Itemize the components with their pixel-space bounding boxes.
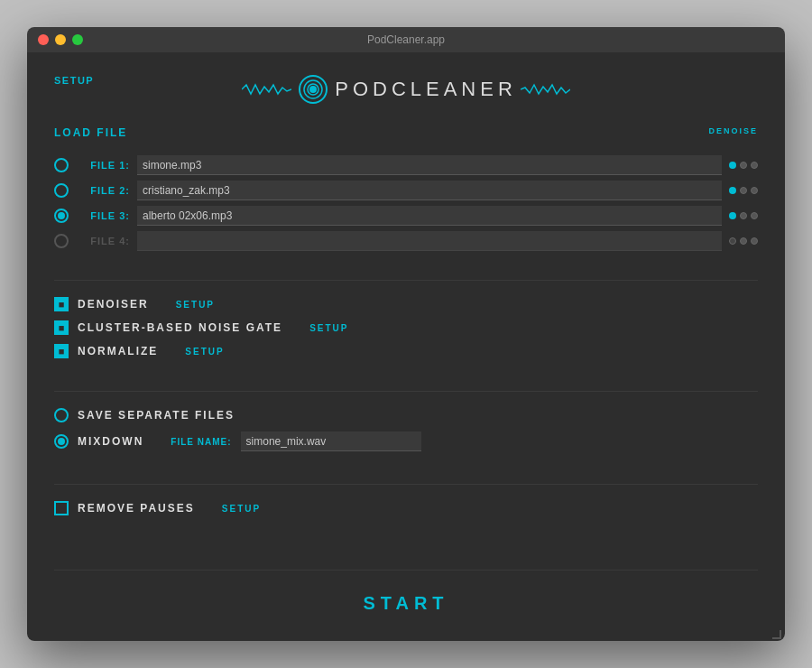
svg-point-1 — [309, 86, 317, 93]
start-button[interactable]: START — [54, 584, 758, 623]
remove-pauses-label: REMOVE PAUSES — [78, 502, 195, 515]
denoise-dot-2 — [740, 187, 747, 194]
processing-options: ■ DENOISER SETUP ■ CLUSTER-BASED NOISE G… — [54, 297, 758, 367]
denoiser-row: ■ DENOISER SETUP — [54, 297, 758, 311]
file-name-label: FILE NAME: — [171, 437, 231, 447]
denoise-dot-1 — [729, 212, 736, 219]
denoiser-checkbox[interactable]: ■ — [54, 297, 69, 311]
denoise-dot-3 — [751, 237, 758, 245]
logo-text: PODCLEANER — [335, 78, 517, 101]
fullscreen-button[interactable] — [72, 34, 83, 45]
save-separate-row: SAVE SEPARATE FILES — [54, 408, 758, 422]
file-3-label: FILE 3: — [76, 210, 130, 221]
denoise-dot-1 — [729, 187, 736, 194]
load-file-title: LOAD FILE — [54, 126, 127, 139]
minimize-button[interactable] — [55, 34, 66, 45]
normalize-checkbox[interactable]: ■ — [54, 344, 69, 358]
save-separate-radio[interactable] — [54, 408, 69, 422]
file-4-input[interactable] — [137, 231, 722, 251]
start-section: START — [54, 570, 758, 623]
mixdown-radio[interactable] — [54, 434, 69, 449]
logo: PODCLEANER — [54, 75, 758, 104]
file-4-radio[interactable] — [54, 234, 69, 248]
denoise-dot-3 — [751, 162, 758, 169]
load-file-section: LOAD FILE DENOISE FILE 1: FILE 2: — [54, 126, 758, 256]
remove-pauses-row: REMOVE PAUSES SETUP — [54, 501, 758, 515]
file-row-3: FILE 3: — [54, 206, 758, 226]
mixdown-row: MIXDOWN FILE NAME: — [54, 431, 758, 451]
title-bar: PodCleaner.app — [27, 27, 785, 52]
file-2-radio[interactable] — [54, 183, 69, 198]
save-separate-label: SAVE SEPARATE FILES — [78, 409, 235, 422]
denoise-dot-1 — [729, 237, 736, 245]
denoiser-label: DENOISER — [78, 298, 149, 311]
file-1-radio[interactable] — [54, 158, 69, 172]
output-section: SAVE SEPARATE FILES MIXDOWN FILE NAME: — [54, 408, 758, 460]
remove-pauses-checkbox[interactable] — [54, 501, 69, 515]
wave-left-icon — [242, 80, 291, 98]
file-4-label: FILE 4: — [76, 236, 130, 246]
resize-handle[interactable] — [772, 630, 781, 639]
remove-pauses-setup-link[interactable]: SETUP — [222, 504, 261, 514]
file-2-label: FILE 2: — [76, 185, 130, 196]
divider-2 — [54, 391, 758, 392]
noise-gate-checkbox[interactable]: ■ — [54, 320, 69, 335]
file-row-1: FILE 1: — [54, 155, 758, 175]
podcast-icon — [299, 75, 328, 104]
denoise-dot-2 — [740, 162, 747, 169]
noise-gate-setup-link[interactable]: SETUP — [309, 323, 348, 333]
divider-3 — [54, 484, 758, 485]
main-content: SETUP PODCLEANER — [27, 52, 785, 641]
file-1-denoise — [729, 162, 758, 169]
noise-gate-label: CLUSTER-BASED NOISE GATE — [78, 321, 282, 334]
normalize-label: NORMALIZE — [78, 345, 158, 357]
denoise-dot-3 — [751, 212, 758, 219]
file-2-denoise — [729, 187, 758, 194]
window-title: PodCleaner.app — [367, 33, 445, 46]
file-2-input[interactable] — [137, 181, 722, 200]
denoise-dot-3 — [751, 187, 758, 194]
denoise-column-label: DENOISE — [708, 126, 758, 135]
denoise-dot-2 — [740, 237, 747, 245]
denoiser-setup-link[interactable]: SETUP — [176, 300, 215, 310]
normalize-setup-link[interactable]: SETUP — [185, 347, 224, 357]
files-header: LOAD FILE DENOISE — [54, 126, 758, 148]
file-3-input[interactable] — [137, 206, 722, 226]
file-1-label: FILE 1: — [76, 160, 130, 171]
close-button[interactable] — [38, 34, 49, 45]
denoise-dot-1 — [729, 162, 736, 169]
file-3-radio[interactable] — [54, 209, 69, 223]
file-1-input[interactable] — [137, 155, 722, 175]
filename-input[interactable] — [241, 431, 421, 451]
file-3-denoise — [729, 212, 758, 219]
file-row-4: FILE 4: — [54, 231, 758, 251]
traffic-lights — [38, 34, 83, 45]
file-row-2: FILE 2: — [54, 181, 758, 200]
mixdown-label: MIXDOWN — [78, 435, 143, 448]
noise-gate-row: ■ CLUSTER-BASED NOISE GATE SETUP — [54, 320, 758, 335]
wave-right-icon — [521, 80, 570, 98]
normalize-row: ■ NORMALIZE SETUP — [54, 344, 758, 358]
file-4-denoise — [729, 237, 758, 245]
divider-1 — [54, 280, 758, 281]
setup-label[interactable]: SETUP — [54, 75, 94, 86]
denoise-dot-2 — [740, 212, 747, 219]
